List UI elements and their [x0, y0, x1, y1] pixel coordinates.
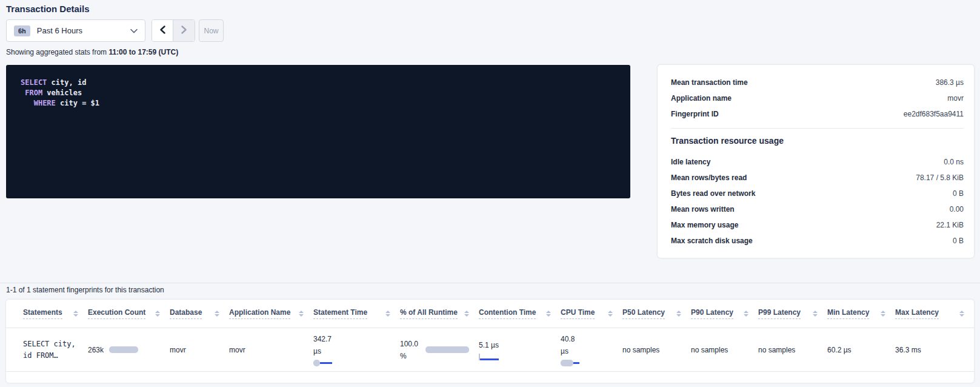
- pct-runtime-cell: 100.0 %: [400, 338, 479, 362]
- sort-icon[interactable]: [744, 311, 748, 317]
- column-header-label[interactable]: Contention Time: [479, 308, 536, 319]
- resource-label: Max scratch disk usage: [671, 237, 753, 245]
- sql-line: SELECT city, id: [21, 78, 616, 88]
- column-header-label[interactable]: Max Latency: [895, 308, 939, 319]
- summary-value: 386.3 µs: [936, 78, 964, 87]
- summary-row: Application name movr: [671, 90, 964, 106]
- sort-icon[interactable]: [215, 311, 219, 317]
- resource-row: Max scratch disk usage 0 B: [671, 233, 964, 249]
- resource-value: 78.17 / 5.8 KiB: [916, 173, 964, 182]
- sort-icon[interactable]: [608, 311, 613, 317]
- sql-keyword: SELECT: [21, 78, 47, 87]
- time-range-badge: 6h: [14, 25, 30, 36]
- resource-value: 22.1 KiB: [936, 221, 964, 229]
- column-header-label[interactable]: Statement Time: [313, 308, 367, 319]
- transaction-details-page: Transaction Details 6h Past 6 Hours Now …: [0, 0, 980, 387]
- column-header-min-latency: Min Latency: [827, 300, 895, 328]
- column-header-label[interactable]: P90 Latency: [691, 308, 733, 319]
- statement-link[interactable]: SELECT city,id FROM…: [23, 338, 88, 362]
- column-header-label[interactable]: Database: [170, 308, 202, 319]
- summary-divider: [671, 128, 964, 129]
- summary-label: Fingerprint ID: [671, 110, 719, 118]
- sort-icon[interactable]: [546, 311, 551, 317]
- statement-table-row: SELECT city,id FROM… 263k movr movr 342.…: [6, 328, 974, 372]
- sort-icon[interactable]: [813, 311, 818, 317]
- sql-keyword: WHERE: [34, 99, 56, 107]
- sort-icon[interactable]: [155, 311, 160, 317]
- statement-line: SELECT city,: [23, 340, 76, 348]
- pct-runtime-bar: [425, 346, 469, 353]
- cpu-time-value: 40.8: [561, 333, 613, 345]
- summary-label: Application name: [671, 94, 732, 103]
- column-header-max-latency: Max Latency: [895, 300, 974, 328]
- sql-line: WHERE city = $1: [21, 98, 616, 109]
- time-range-label: Past 6 Hours: [37, 26, 82, 35]
- aggregated-stats-prefix: Showing aggregated stats from: [6, 48, 108, 56]
- time-range-picker[interactable]: 6h Past 6 Hours: [6, 19, 145, 42]
- sql-line: FROM vehicles: [21, 88, 616, 98]
- sql-text: city = $1: [56, 99, 99, 107]
- resource-value: 0.00: [950, 205, 964, 214]
- cpu-time-bar: [561, 360, 579, 366]
- resource-label: Bytes read over network: [671, 189, 755, 198]
- sort-icon[interactable]: [881, 311, 885, 317]
- column-header-cpu-time: CPU Time: [561, 300, 622, 328]
- time-range-nav: [152, 19, 195, 42]
- pct-runtime-unit: %: [400, 350, 418, 362]
- column-header-p99-latency: P99 Latency: [758, 300, 827, 328]
- bar-axis-tick: [479, 354, 480, 360]
- column-header-pct-runtime: % of All Runtime: [400, 300, 479, 328]
- resource-label: Idle latency: [671, 158, 710, 166]
- column-header-statement-time: Statement Time: [313, 300, 400, 328]
- next-range-button[interactable]: [173, 20, 195, 41]
- resource-label: Mean rows written: [671, 205, 735, 214]
- stddev-bar: [561, 360, 573, 366]
- transaction-sql-fingerprint: SELECT city, id FROM vehicles WHERE city…: [6, 65, 630, 198]
- transaction-summary-card: Mean transaction time 386.3 µs Applicati…: [658, 65, 974, 258]
- column-header-database: Database: [170, 300, 229, 328]
- pct-runtime-value: 100.0: [400, 338, 418, 350]
- contention-time-bar: [479, 354, 499, 360]
- chevron-right-icon: [181, 25, 187, 36]
- resource-label: Mean rows/bytes read: [671, 173, 747, 182]
- statement-fingerprints-caption: 1-1 of 1 statement fingerprints for this…: [6, 286, 164, 294]
- sort-icon[interactable]: [959, 311, 964, 317]
- resource-value: 0.0 ns: [944, 158, 964, 166]
- statement-time-bar: [313, 360, 332, 366]
- resource-row: Mean rows/bytes read 78.17 / 5.8 KiB: [671, 170, 964, 186]
- sort-icon[interactable]: [464, 311, 469, 317]
- chevron-left-icon: [160, 25, 165, 36]
- summary-value: movr: [947, 94, 964, 103]
- sql-indent: [21, 99, 34, 107]
- summary-row: Fingerprint ID ee2df683f5aa9411: [671, 106, 964, 122]
- column-header-execution-count: Execution Count: [88, 300, 170, 328]
- execution-count-value: 263k: [88, 346, 104, 354]
- column-header-label[interactable]: % of All Runtime: [400, 308, 458, 319]
- column-header-label[interactable]: Statements: [23, 308, 62, 319]
- p99-latency-cell: no samples: [758, 346, 827, 354]
- resource-row: Mean rows written 0.00: [671, 201, 964, 217]
- prev-range-button[interactable]: [152, 20, 173, 41]
- resource-row: Idle latency 0.0 ns: [671, 154, 964, 170]
- column-header-label[interactable]: CPU Time: [561, 308, 595, 319]
- now-button[interactable]: Now: [199, 19, 224, 42]
- resource-row: Max memory usage 22.1 KiB: [671, 217, 964, 233]
- column-header-label[interactable]: P50 Latency: [622, 308, 665, 319]
- column-header-label[interactable]: Min Latency: [827, 308, 869, 319]
- sort-icon[interactable]: [73, 311, 78, 317]
- sort-icon[interactable]: [676, 311, 681, 317]
- sql-keyword: FROM: [25, 89, 42, 97]
- resource-row: Bytes read over network 0 B: [671, 186, 964, 201]
- column-header-p90-latency: P90 Latency: [691, 300, 758, 328]
- resource-value: 0 B: [953, 189, 964, 198]
- column-header-application-name: Application Name: [229, 300, 313, 328]
- sort-icon[interactable]: [385, 311, 390, 317]
- column-header-label[interactable]: Execution Count: [88, 308, 145, 319]
- summary-row: Mean transaction time 386.3 µs: [671, 75, 964, 90]
- sql-text: city, id: [47, 78, 86, 87]
- column-header-label[interactable]: P99 Latency: [758, 308, 801, 319]
- column-header-label[interactable]: Application Name: [229, 308, 290, 319]
- sort-icon[interactable]: [299, 311, 304, 317]
- max-latency-cell: 36.3 ms: [895, 346, 974, 354]
- cpu-time-unit: µs: [561, 345, 613, 357]
